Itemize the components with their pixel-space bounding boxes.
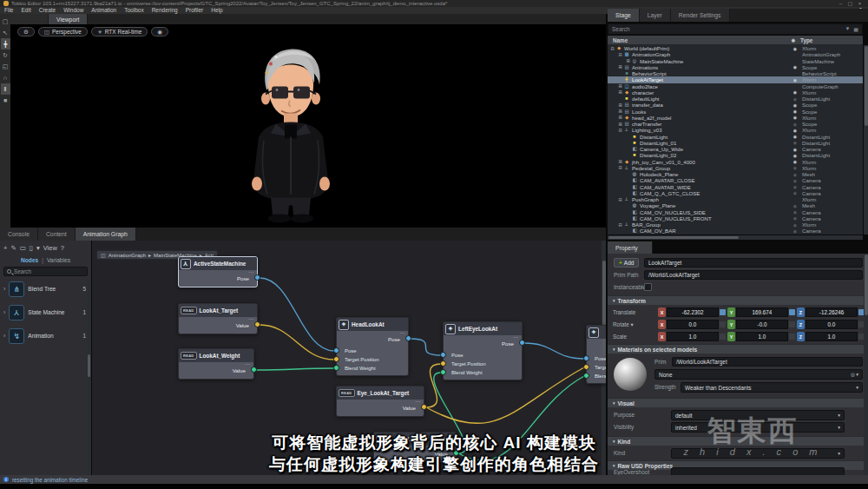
expander-icon[interactable]: ⊞ <box>617 89 623 95</box>
graph-node-activestatemachine[interactable]: YActiveStateMachine⋯Pose <box>178 256 258 287</box>
snap-tool[interactable]: ∩ <box>1 72 10 83</box>
help-button[interactable]: ? <box>61 244 64 252</box>
view-menu-button[interactable]: View <box>43 244 57 252</box>
input-port[interactable] <box>333 356 339 362</box>
frame-tool[interactable]: ▢ <box>1 16 10 27</box>
menu-profiler[interactable]: Profiler <box>186 7 204 14</box>
stage-row-pushgraph[interactable]: ⊟⊥PushGraphXform <box>608 196 863 202</box>
edit-button[interactable]: ✎ <box>10 244 16 252</box>
expander-icon[interactable]: ⊞ <box>617 83 623 89</box>
node-category-blend-tree[interactable]: ›⋔Blend Tree5 <box>0 277 91 301</box>
expander-icon[interactable]: ⊞ <box>617 109 623 114</box>
rotate-z-field[interactable]: 0.0 <box>806 320 858 329</box>
kind-dropdown[interactable]: ▾ <box>671 448 845 459</box>
expander-icon[interactable]: ⊞ <box>617 102 623 108</box>
scale-x-field[interactable]: 1.0 <box>667 332 719 341</box>
stage-row-animations[interactable]: ⊞▤Animations◉Scope <box>608 64 863 70</box>
stage-row-cam-avatar-close[interactable]: ◧CAM_AVATAR_CLOSE◉Camera <box>608 177 863 183</box>
prim-name-field[interactable]: LookAtTarget <box>644 258 863 268</box>
stage-row-distantlight-01[interactable]: ■DistantLight_01◉DistantLight <box>608 140 863 146</box>
window-maximize-button[interactable]: ▢ <box>845 0 855 7</box>
translate-x-field[interactable]: -62.2302 <box>667 307 719 317</box>
menu-edit[interactable]: Edit <box>21 7 30 14</box>
visibility-eye-icon[interactable]: ◉ <box>788 128 802 133</box>
input-port[interactable] <box>333 347 339 354</box>
expander-icon[interactable]: ⊟ <box>617 197 623 202</box>
layout-vertical-button[interactable]: ▯ <box>30 244 33 252</box>
stage-scrollbar-thumb[interactable] <box>865 46 868 126</box>
graph-search-input[interactable]: Search <box>3 267 88 276</box>
more-options-button[interactable]: ▾ <box>36 244 40 252</box>
layout-horizontal-button[interactable]: ▭ <box>20 244 26 252</box>
menu-window[interactable]: Window <box>63 7 83 14</box>
stage-hscrollbar-thumb[interactable] <box>608 236 739 239</box>
output-port[interactable] <box>421 404 427 410</box>
link-icon[interactable] <box>789 334 795 340</box>
menu-help[interactable]: Help <box>211 7 222 14</box>
stage-row-lookattarget[interactable]: ╋LookAtTarget◉Xform <box>608 76 863 83</box>
scale-tool[interactable]: ◱ <box>1 61 10 72</box>
visibility-eye-icon[interactable]: ◉ <box>788 178 802 183</box>
visibility-eye-icon[interactable]: ◉ <box>788 222 802 228</box>
add-property-button[interactable]: + Add <box>614 258 639 268</box>
tab-variables[interactable]: Variables <box>47 257 70 263</box>
rotate-y-field[interactable]: -0.0 <box>736 320 788 329</box>
visibility-eye-icon[interactable]: ◉ <box>788 102 802 108</box>
stage-row-pedestal-group[interactable]: ⊟⊥Pedestal_Group◉Xform <box>608 165 863 171</box>
visibility-eye-icon[interactable]: ◉ <box>788 109 802 114</box>
stage-row-cam-ov-nucleus-front[interactable]: ◧CAM_OV_NUCLEUS_FRONT◉Camera <box>608 215 863 221</box>
tab-content[interactable]: Content <box>38 228 76 241</box>
output-port[interactable] <box>519 340 525 346</box>
graph-panel-scrollbar-thumb[interactable] <box>88 354 90 377</box>
tab-console[interactable]: Console <box>0 228 38 241</box>
add-node-button[interactable]: + <box>3 244 7 252</box>
strength-dropdown[interactable]: Weaker than Descendants ▾ <box>681 382 863 393</box>
input-port[interactable] <box>583 355 589 361</box>
stage-row-audio2face[interactable]: ⊞◫audio2faceComputeGraph <box>608 83 863 89</box>
expander-icon[interactable]: ⊟ <box>617 222 623 228</box>
visibility-eye-icon[interactable]: ◉ <box>788 153 802 158</box>
visibility-eye-icon[interactable]: ◉ <box>788 134 802 139</box>
chevron-right-icon[interactable]: › <box>3 333 5 339</box>
graph-node-lookat-target[interactable]: READLookAt_Target⋯Value <box>178 303 258 334</box>
material-prim-field[interactable]: /World/LookAtTarget <box>672 357 863 367</box>
graph-node-eye-lookat-weight[interactable]: READEye_LookAt_Weight⋯Value <box>373 432 457 463</box>
input-port[interactable] <box>440 369 446 375</box>
visibility-eye-icon[interactable]: ◉ <box>788 209 802 215</box>
stage-row-distantlight-02[interactable]: ■DistantLight_02◉DistantLight <box>608 152 863 158</box>
stage-row-defaultlight[interactable]: ■defaultLight◉DistantLight <box>608 96 863 102</box>
visibility-dropdown[interactable]: inherited ▾ <box>671 422 845 433</box>
visibility-eye-icon[interactable]: ◉ <box>788 172 802 177</box>
stage-row-transfer-data[interactable]: ⊞▤transfer_data◉Scope <box>608 102 863 108</box>
expander-icon[interactable]: ⊞ <box>617 64 623 69</box>
output-port[interactable] <box>254 321 260 327</box>
materials-section-header[interactable]: ▾ Materials on selected models <box>608 344 868 354</box>
stop-button[interactable]: ■ <box>1 95 10 106</box>
stage-row-jhh-toy-cam-v01-0-4000[interactable]: ⊞◆jhh_toy_Cam_v01_0_4000◉Xform <box>608 159 863 165</box>
expander-icon[interactable]: ⊟ <box>617 52 623 57</box>
menu-rendering[interactable]: Rendering <box>152 7 178 14</box>
visibility-options-button[interactable]: ◉ <box>151 27 168 36</box>
column-name[interactable]: Name <box>608 37 786 43</box>
property-scrollbar-thumb[interactable] <box>865 254 868 315</box>
expander-icon[interactable]: ⊟ <box>609 46 615 51</box>
link-icon[interactable] <box>789 321 795 327</box>
scale-y-field[interactable]: 1.0 <box>736 332 788 341</box>
stage-row-bar-group[interactable]: ⊟⊥BAR_Group◉Xform <box>608 221 863 228</box>
input-port[interactable] <box>583 364 589 370</box>
rotate-tool[interactable]: ↻ <box>1 50 10 61</box>
graph-node-eye-lookat-target[interactable]: READEye_LookAt_Target⋯Value <box>336 386 424 417</box>
output-port[interactable] <box>251 367 257 373</box>
stage-row-camera-up-wide[interactable]: ◧Camera_Up_Wide◉Camera <box>608 146 863 152</box>
menu-file[interactable]: File <box>4 7 13 14</box>
tab-viewport[interactable]: Viewport <box>49 14 88 24</box>
expander-icon[interactable]: ⊞ <box>617 115 623 120</box>
stage-row-mainstatemachine[interactable]: ⊞◎MainStateMachineStateMachine <box>608 58 863 64</box>
camera-mode-dropdown[interactable]: ◫ Perspective <box>38 27 88 36</box>
link-icon[interactable] <box>720 309 726 315</box>
expander-icon[interactable]: ⊞ <box>617 122 623 127</box>
output-port[interactable] <box>405 335 411 341</box>
instanceable-checkbox[interactable] <box>644 283 652 291</box>
material-dropdown[interactable]: None ◎ ▾ <box>654 369 863 380</box>
visibility-eye-icon[interactable]: ◉ <box>788 77 802 83</box>
